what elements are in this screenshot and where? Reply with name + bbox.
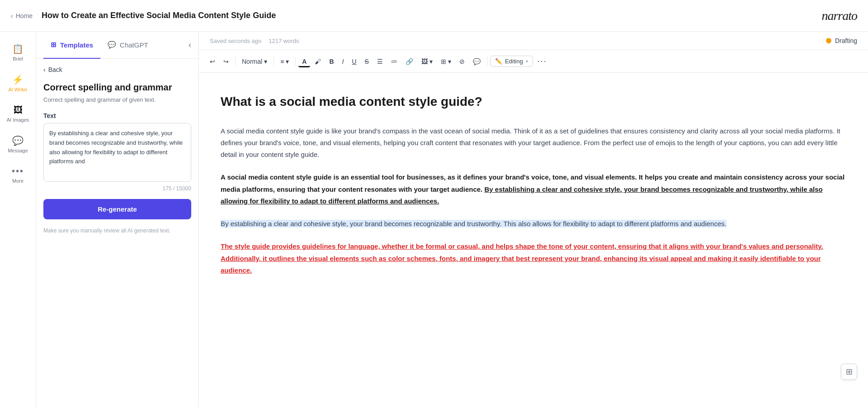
redo-button[interactable]: ↪ <box>220 55 232 68</box>
sidebar-item-brief[interactable]: 📋 Brief <box>2 39 34 66</box>
pen-icon: ✏️ <box>495 58 502 65</box>
panel-body: ‹ Back Correct spelling and grammar Corr… <box>36 59 198 407</box>
drafting-label: Drafting <box>835 37 857 44</box>
message-icon: 💬 <box>12 135 24 146</box>
ai-images-icon: 🖼 <box>14 105 23 115</box>
header-left: ‹ Home How to Create an Effective Social… <box>11 11 276 20</box>
section-title: Correct spelling and grammar <box>43 82 191 93</box>
add-block-button[interactable]: ⊞ <box>841 364 857 380</box>
panel: ⊞ Templates 💬 ChatGPT ‹ ‹ Back Correct s… <box>36 32 199 407</box>
content-para2-text: A social media content style guide is an… <box>221 173 844 205</box>
style-chevron-icon: ▾ <box>264 58 267 65</box>
editor-content[interactable]: What is a social media content style gui… <box>199 73 868 407</box>
main-layout: 📋 Brief ⚡ AI Writer 🖼 AI Images 💬 Messag… <box>0 32 868 407</box>
editing-badge[interactable]: ✏️ Editing ▾ <box>490 56 533 67</box>
logo: narrato <box>821 9 857 23</box>
align-chevron-icon: ▾ <box>286 58 289 65</box>
content-heading: What is a social media content style gui… <box>221 91 846 113</box>
drafting-badge[interactable]: Drafting <box>826 37 857 44</box>
table-insert-select[interactable]: ⊞ ▾ <box>437 55 455 68</box>
sidebar-item-ai-images[interactable]: 🖼 AI Images <box>2 100 34 127</box>
content-para1: A social media content style guide is li… <box>221 125 846 161</box>
back-chevron-icon: ‹ <box>43 66 46 73</box>
bullet-list-button[interactable]: ☰ <box>373 55 387 68</box>
text-input[interactable]: By establishing a clear and cohesive sty… <box>43 123 191 182</box>
editing-chevron-icon: ▾ <box>526 59 528 64</box>
editor-meta: Saved seconds ago 1217 words <box>210 38 299 44</box>
editor-area: Saved seconds ago 1217 words Drafting ↩ … <box>199 32 868 407</box>
char-count: 175 / 15000 <box>43 185 191 192</box>
toolbar: ↩ ↪ Normal ▾ ≡ ▾ A 🖌 B I U S ☰ ≔ 🔗 🖼 <box>199 50 868 73</box>
image-insert-select[interactable]: 🖼 ▾ <box>418 55 436 68</box>
top-header: ‹ Home How to Create an Effective Social… <box>0 0 868 32</box>
icon-sidebar: 📋 Brief ⚡ AI Writer 🖼 AI Images 💬 Messag… <box>0 32 36 407</box>
chatgpt-icon: 💬 <box>108 41 116 49</box>
text-field-label: Text <box>43 112 191 119</box>
text-style-select[interactable]: Normal ▾ <box>238 55 271 68</box>
editor-topbar: Saved seconds ago 1217 words Drafting <box>199 32 868 50</box>
image-icon: 🖼 <box>421 58 428 65</box>
toolbar-divider-3 <box>295 57 296 66</box>
highlight-button[interactable]: 🖌 <box>311 55 325 68</box>
word-count: 1217 words <box>269 38 299 44</box>
table-chevron-icon: ▾ <box>448 58 451 65</box>
tab-templates[interactable]: ⊞ Templates <box>43 32 100 59</box>
link-button[interactable]: 🔗 <box>402 55 417 68</box>
back-button[interactable]: ‹ Back <box>43 66 191 73</box>
highlighted-text: By establishing a clear and cohesive sty… <box>221 220 726 227</box>
collapse-panel-btn[interactable]: ‹ <box>189 40 191 50</box>
toolbar-divider-1 <box>235 57 236 66</box>
content-para4: The style guide provides guidelines for … <box>221 241 846 276</box>
content-para2: A social media content style guide is an… <box>221 171 846 207</box>
normal-label: Normal <box>242 58 262 65</box>
brief-icon: 📋 <box>12 43 24 54</box>
section-desc: Correct spelling and grammar of given te… <box>43 96 191 103</box>
saved-text: Saved seconds ago <box>210 38 261 44</box>
content-para2-underline: By establishing a clear and cohesive sty… <box>221 185 823 205</box>
image-chevron-icon: ▾ <box>429 58 433 65</box>
home-link[interactable]: ‹ Home <box>11 12 33 19</box>
toolbar-divider-2 <box>274 57 274 66</box>
italic-button[interactable]: I <box>339 55 348 68</box>
content-para3: By establishing a clear and cohesive sty… <box>221 218 846 230</box>
home-label: Home <box>16 12 33 19</box>
back-label: Back <box>48 66 62 73</box>
text-color-button[interactable]: A <box>298 55 310 67</box>
sidebar-item-message[interactable]: 💬 Message <box>2 131 34 158</box>
tab-chatgpt-label: ChatGPT <box>120 41 148 49</box>
regenerate-button[interactable]: Re-generate <box>43 199 191 219</box>
page-title: How to Create an Effective Social Media … <box>42 11 276 20</box>
more-options-button[interactable]: ··· <box>534 54 551 69</box>
undo-button[interactable]: ↩ <box>206 55 219 68</box>
drafting-dot-icon <box>826 38 831 43</box>
tab-chatgpt[interactable]: 💬 ChatGPT <box>100 32 156 59</box>
table-icon: ⊞ <box>441 58 446 65</box>
clear-format-button[interactable]: ⊘ <box>456 55 468 68</box>
align-icon: ≡ <box>280 58 284 65</box>
underline-button[interactable]: U <box>348 55 360 68</box>
sidebar-more-label: More <box>12 178 24 184</box>
sidebar-message-label: Message <box>8 148 28 153</box>
chevron-left-icon: ‹ <box>11 12 13 19</box>
tab-templates-label: Templates <box>60 41 93 49</box>
sidebar-item-more[interactable]: ••• More <box>2 161 34 188</box>
sidebar-brief-label: Brief <box>13 56 23 62</box>
bold-button[interactable]: B <box>326 55 337 68</box>
toolbar-divider-4 <box>487 57 487 66</box>
templates-icon: ⊞ <box>51 41 57 49</box>
disclaimer-text: Make sure you manually review all AI gen… <box>43 227 191 235</box>
ai-writer-icon: ⚡ <box>12 74 24 85</box>
sidebar-item-ai-writer[interactable]: ⚡ AI Writer <box>2 70 34 97</box>
more-icon: ••• <box>12 166 24 176</box>
comment-button[interactable]: 💬 <box>469 55 484 68</box>
align-select[interactable]: ≡ ▾ <box>277 55 292 68</box>
editing-label: Editing <box>505 58 523 65</box>
ordered-list-button[interactable]: ≔ <box>387 55 401 68</box>
panel-tabs: ⊞ Templates 💬 ChatGPT ‹ <box>36 32 198 59</box>
strikethrough-button[interactable]: S <box>361 55 373 68</box>
sidebar-ai-images-label: AI Images <box>7 117 29 123</box>
sidebar-ai-writer-label: AI Writer <box>8 87 28 92</box>
